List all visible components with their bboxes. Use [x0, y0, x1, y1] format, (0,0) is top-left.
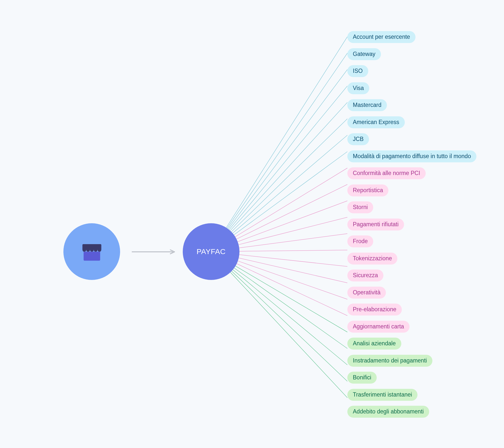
- svg-line-4: [230, 102, 347, 231]
- svg-line-14: [239, 255, 347, 266]
- pill-item: ISO: [347, 65, 368, 77]
- svg-line-12: [239, 234, 347, 248]
- payfac-label: PAYFAC: [197, 247, 226, 256]
- pill-item: American Express: [347, 116, 405, 128]
- svg-line-15: [239, 258, 347, 283]
- payfac-node: PAYFAC: [183, 223, 239, 280]
- merchant-node: [63, 223, 120, 280]
- svg-line-5: [231, 119, 347, 232]
- svg-line-19: [234, 268, 347, 349]
- pill-item: Analisi aziendale: [347, 338, 401, 350]
- pill-item: Addebito degli abbonamenti: [347, 406, 429, 418]
- pill-item: Mastercard: [347, 99, 387, 111]
- svg-line-1: [227, 53, 347, 228]
- svg-line-0: [226, 37, 347, 228]
- svg-line-2: [228, 70, 347, 229]
- svg-line-21: [232, 271, 347, 381]
- svg-line-18: [235, 266, 347, 332]
- pill-item: Gateway: [347, 48, 381, 60]
- pill-item: Aggiornamenti carta: [347, 321, 410, 333]
- svg-line-22: [230, 272, 347, 398]
- payfac-diagram: PAYFAC Account per esercenteGatewayISOVi…: [0, 0, 504, 448]
- pill-item: Bonifici: [347, 372, 377, 384]
- svg-line-11: [239, 217, 347, 245]
- pill-item: Account per esercente: [347, 31, 415, 43]
- svg-line-16: [238, 261, 347, 299]
- arrow-merchant-to-payfac: [132, 249, 177, 254]
- pill-item: Sicurezza: [347, 269, 383, 281]
- pill-item: Frode: [347, 235, 373, 247]
- pill-item: Pre-elaborazione: [347, 304, 402, 315]
- pill-item: Storni: [347, 201, 373, 213]
- pill-item: JCB: [347, 133, 369, 145]
- pill-item: Tokenizzazione: [347, 253, 397, 265]
- svg-line-20: [233, 270, 347, 365]
- pill-item: Conformità alle norme PCI: [347, 167, 426, 179]
- svg-line-6: [233, 135, 347, 233]
- pill-item: Visa: [347, 82, 369, 94]
- svg-line-10: [238, 201, 347, 242]
- pill-item: Instradamento dei pagamenti: [347, 355, 432, 367]
- svg-line-3: [229, 86, 347, 230]
- pill-item: Trasferimenti istantanei: [347, 389, 417, 401]
- svg-line-7: [234, 152, 347, 235]
- svg-line-9: [236, 184, 347, 239]
- svg-line-8: [235, 168, 347, 237]
- pills-column: Account per esercenteGatewayISOVisaMaste…: [347, 31, 476, 418]
- pill-item: Operatività: [347, 287, 386, 299]
- pill-item: Reportistica: [347, 184, 388, 196]
- svg-line-13: [239, 250, 347, 251]
- pill-item: Modalità di pagamento diffuse in tutto i…: [347, 150, 476, 162]
- svg-line-17: [237, 264, 347, 316]
- store-icon: [80, 240, 104, 264]
- pill-item: Pagamenti rifiutati: [347, 219, 404, 230]
